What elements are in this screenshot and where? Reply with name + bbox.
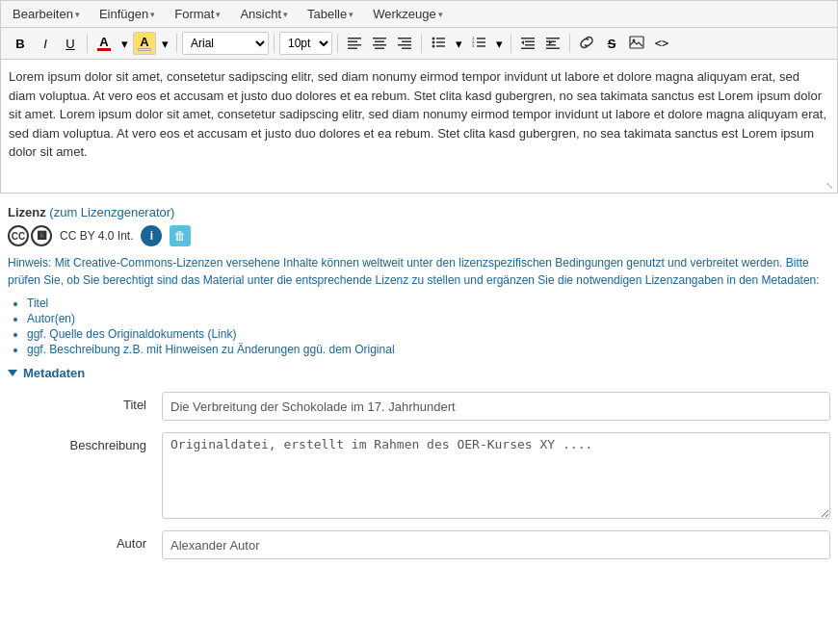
bullet-item-2: Autor(en) xyxy=(27,312,830,325)
font-color-button[interactable]: A xyxy=(92,32,116,55)
editor-content: Lorem ipsum dolor sit amet, consetetur s… xyxy=(9,69,826,159)
svg-rect-21 xyxy=(477,41,485,43)
strikethrough-button[interactable]: S xyxy=(600,32,623,55)
svg-rect-5 xyxy=(375,40,384,42)
svg-rect-9 xyxy=(402,40,411,42)
toolbar-sep-7 xyxy=(569,34,570,53)
menu-bearbeiten[interactable]: Bearbeiten ▾ xyxy=(9,5,84,23)
metadata-toggle-icon xyxy=(8,370,17,376)
svg-rect-13 xyxy=(436,38,445,39)
form-row-beschreibung: Beschreibung xyxy=(8,432,830,519)
font-color-chevron-icon: ▾ xyxy=(121,37,128,51)
svg-rect-0 xyxy=(348,38,361,39)
image-icon xyxy=(629,36,644,52)
editor-resize-handle[interactable]: ⤡ xyxy=(825,181,835,191)
svg-rect-10 xyxy=(398,44,411,46)
bullet-item-3: ggf. Quelle des Originaldokuments (Link) xyxy=(27,327,830,341)
toolbar-sep-1 xyxy=(87,34,88,53)
bullet-item-4: ggf. Beschreibung z.B. mit Hinweisen zu … xyxy=(27,343,830,356)
svg-text:3.: 3. xyxy=(472,43,475,48)
svg-rect-27 xyxy=(521,47,535,49)
ordered-list-chevron-icon: ▾ xyxy=(496,37,503,51)
svg-rect-1 xyxy=(348,40,357,42)
svg-rect-6 xyxy=(373,44,386,46)
svg-rect-32 xyxy=(546,47,560,49)
bullet-list: Titel Autor(en) ggf. Quelle des Original… xyxy=(8,296,830,356)
italic-button[interactable]: I xyxy=(34,32,57,55)
metadata-toggle[interactable]: Metadaten xyxy=(8,366,830,380)
editor-area[interactable]: Lorem ipsum dolor sit amet, consetetur s… xyxy=(0,59,838,193)
ordered-list-button[interactable]: 1. 2. 3. xyxy=(467,32,490,55)
cc-label: CC BY 4.0 Int. xyxy=(60,229,133,243)
label-beschreibung: Beschreibung xyxy=(8,432,162,452)
outdent-button[interactable] xyxy=(516,32,539,55)
ordered-list-icon: 1. 2. 3. xyxy=(472,36,485,52)
font-family-select[interactable]: Arial xyxy=(182,32,269,55)
toolbar-sep-3 xyxy=(274,34,275,53)
indent-button[interactable] xyxy=(541,32,564,55)
cc-circle-icon: CC xyxy=(8,225,29,246)
unordered-list-chevron-icon: ▾ xyxy=(456,37,462,51)
code-button[interactable]: <> xyxy=(650,32,673,55)
align-center-button[interactable] xyxy=(368,32,391,55)
align-right-button[interactable] xyxy=(393,32,416,55)
svg-rect-2 xyxy=(348,44,361,46)
font-size-select[interactable]: 10pt xyxy=(279,32,332,55)
highlight-dropdown[interactable]: ▾ xyxy=(158,32,171,55)
toolbar-sep-4 xyxy=(337,34,338,53)
license-section: Lizenz (zum Lizenzgenerator) CC 🅱 CC BY … xyxy=(0,193,838,579)
label-autor: Autor xyxy=(8,530,162,551)
menu-format-arrow: ▾ xyxy=(216,10,221,19)
label-titel: Titel xyxy=(8,392,162,412)
svg-rect-17 xyxy=(436,45,445,47)
cc-by-icon: 🅱 xyxy=(31,225,52,246)
menu-einfuegen[interactable]: Einfügen ▾ xyxy=(95,5,159,23)
unordered-list-button[interactable] xyxy=(427,32,450,55)
menu-werkzeuge-arrow: ▾ xyxy=(438,10,443,19)
menu-tabelle[interactable]: Tabelle ▾ xyxy=(303,5,357,23)
toolbar: B I U A ▾ A ▾ Arial 10pt xyxy=(0,27,838,59)
menu-bearbeiten-arrow: ▾ xyxy=(75,10,80,19)
svg-rect-19 xyxy=(477,38,485,39)
code-icon: <> xyxy=(655,37,668,50)
metadata-form: Titel Beschreibung Autor xyxy=(8,392,830,559)
form-row-titel: Titel xyxy=(8,392,830,421)
svg-rect-26 xyxy=(525,44,535,46)
input-autor[interactable] xyxy=(162,530,830,559)
toolbar-sep-2 xyxy=(176,34,177,53)
align-left-icon xyxy=(348,36,361,52)
svg-rect-29 xyxy=(546,38,560,39)
underline-button[interactable]: U xyxy=(59,32,82,55)
unordered-list-dropdown[interactable]: ▾ xyxy=(452,32,465,55)
outdent-icon xyxy=(521,36,535,52)
bold-button[interactable]: B xyxy=(9,32,32,55)
license-delete-button[interactable]: 🗑 xyxy=(170,225,191,246)
menu-tabelle-arrow: ▾ xyxy=(349,10,354,19)
svg-rect-4 xyxy=(373,38,386,39)
link-button[interactable] xyxy=(575,32,598,55)
menu-werkzeuge[interactable]: Werkzeuge ▾ xyxy=(369,5,447,23)
ordered-list-dropdown[interactable]: ▾ xyxy=(492,32,506,55)
license-generator-link[interactable]: (zum Lizenzgenerator) xyxy=(49,205,174,219)
image-button[interactable] xyxy=(625,32,648,55)
align-left-button[interactable] xyxy=(343,32,366,55)
input-titel[interactable] xyxy=(162,392,830,421)
svg-rect-34 xyxy=(630,37,643,48)
menu-ansicht[interactable]: Ansicht ▾ xyxy=(236,5,292,23)
toolbar-sep-6 xyxy=(511,34,511,53)
font-color-dropdown[interactable]: ▾ xyxy=(118,32,131,55)
hinweis-text: Hinweis: Mit Creative-Commons-Lizenzen v… xyxy=(8,254,830,289)
align-right-icon xyxy=(398,36,411,52)
indent-icon xyxy=(546,36,560,52)
align-center-icon xyxy=(373,36,386,52)
menu-format[interactable]: Format ▾ xyxy=(170,5,224,23)
menu-einfuegen-arrow: ▾ xyxy=(150,10,155,19)
input-beschreibung[interactable] xyxy=(162,432,830,519)
svg-rect-23 xyxy=(477,45,485,47)
license-title: Lizenz (zum Lizenzgenerator) xyxy=(8,205,830,219)
highlight-button[interactable]: A xyxy=(133,32,156,55)
svg-rect-31 xyxy=(546,44,556,46)
license-info-button[interactable]: i xyxy=(141,225,162,246)
menu-ansicht-arrow: ▾ xyxy=(283,10,288,19)
unordered-list-icon xyxy=(432,36,445,52)
